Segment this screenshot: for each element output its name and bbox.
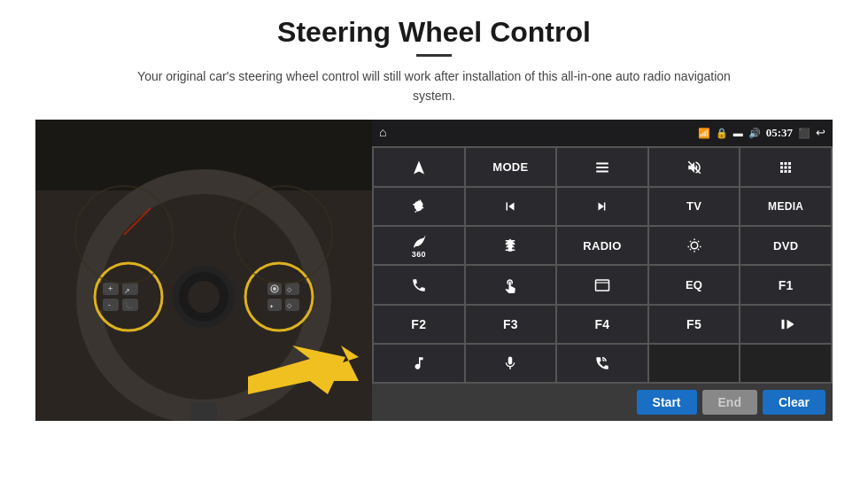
svg-text:-: - bbox=[108, 300, 111, 309]
btn-screen-resize[interactable] bbox=[557, 266, 647, 303]
btn-microphone[interactable] bbox=[466, 345, 556, 382]
steering-wheel-image: + - ↗ 📞 ◇ ◇ ✦ bbox=[35, 120, 372, 421]
content-row: + - ↗ 📞 ◇ ◇ ✦ bbox=[35, 120, 833, 421]
audio-icon: 🔊 bbox=[748, 128, 761, 139]
end-button[interactable]: End bbox=[702, 390, 757, 415]
btn-360[interactable]: 360 bbox=[374, 227, 464, 264]
card-icon: ▬ bbox=[733, 128, 743, 138]
svg-text:✦: ✦ bbox=[269, 304, 274, 309]
btn-mode[interactable]: MODE bbox=[466, 148, 556, 185]
btn-f4[interactable]: F4 bbox=[557, 306, 647, 343]
btn-f5[interactable]: F5 bbox=[649, 306, 740, 343]
screen-icon: ⬛ bbox=[798, 128, 810, 139]
btn-f2[interactable]: F2 bbox=[374, 306, 464, 343]
status-bar: ⌂ 📶 🔒 ▬ 🔊 05:37 ⬛ ↩ bbox=[372, 120, 833, 146]
status-time: 05:37 bbox=[766, 126, 793, 140]
btn-brightness[interactable] bbox=[649, 227, 740, 264]
bottom-bar: Start End Clear bbox=[372, 384, 833, 421]
btn-f3[interactable]: F3 bbox=[466, 306, 556, 343]
btn-volume-call[interactable] bbox=[557, 345, 647, 382]
btn-prev[interactable] bbox=[466, 188, 556, 225]
back-icon: ↩ bbox=[816, 126, 825, 140]
btn-tv[interactable]: TV bbox=[649, 188, 740, 225]
home-icon: ⌂ bbox=[379, 126, 386, 140]
btn-radio[interactable]: RADIO bbox=[557, 227, 647, 264]
start-button[interactable]: Start bbox=[637, 390, 697, 415]
svg-point-7 bbox=[188, 281, 220, 313]
btn-play-pause[interactable] bbox=[740, 306, 831, 343]
btn-settings[interactable] bbox=[374, 188, 464, 225]
btn-apps[interactable] bbox=[740, 148, 831, 185]
btn-mute[interactable] bbox=[649, 148, 740, 185]
btn-f1[interactable]: F1 bbox=[740, 266, 831, 303]
svg-text:📞: 📞 bbox=[124, 301, 133, 310]
btn-music-note[interactable] bbox=[374, 345, 464, 382]
button-grid: MODE TV bbox=[372, 146, 833, 384]
grid-empty-2 bbox=[740, 345, 831, 382]
btn-dvd[interactable]: DVD bbox=[740, 227, 831, 264]
svg-text:+: + bbox=[108, 284, 112, 293]
title-divider bbox=[416, 54, 452, 57]
status-icons: 📶 🔒 ▬ 🔊 05:37 ⬛ ↩ bbox=[698, 126, 825, 140]
page-title: Steering Wheel Control bbox=[277, 16, 591, 49]
btn-eject[interactable] bbox=[466, 227, 556, 264]
svg-point-23 bbox=[273, 287, 276, 291]
page-subtitle: Your original car's steering wheel contr… bbox=[115, 67, 753, 105]
lock-icon: 🔒 bbox=[716, 128, 728, 139]
svg-rect-32 bbox=[190, 403, 217, 421]
wifi-icon: 📶 bbox=[698, 128, 710, 139]
btn-list[interactable] bbox=[557, 148, 647, 185]
btn-navigate[interactable] bbox=[374, 148, 464, 185]
svg-text:↗: ↗ bbox=[124, 287, 130, 295]
btn-phone-call[interactable] bbox=[374, 266, 464, 303]
btn-eq[interactable]: EQ bbox=[649, 266, 740, 303]
grid-empty-1 bbox=[649, 345, 740, 382]
ui-panel: ⌂ 📶 🔒 ▬ 🔊 05:37 ⬛ ↩ MODE bbox=[372, 120, 833, 421]
svg-rect-34 bbox=[595, 280, 608, 291]
page-container: Steering Wheel Control Your original car… bbox=[0, 0, 868, 482]
clear-button[interactable]: Clear bbox=[763, 390, 825, 415]
svg-rect-10 bbox=[103, 299, 119, 311]
btn-media[interactable]: MEDIA bbox=[740, 188, 831, 225]
btn-next[interactable] bbox=[557, 188, 647, 225]
btn-swipe-gesture[interactable] bbox=[466, 266, 556, 303]
